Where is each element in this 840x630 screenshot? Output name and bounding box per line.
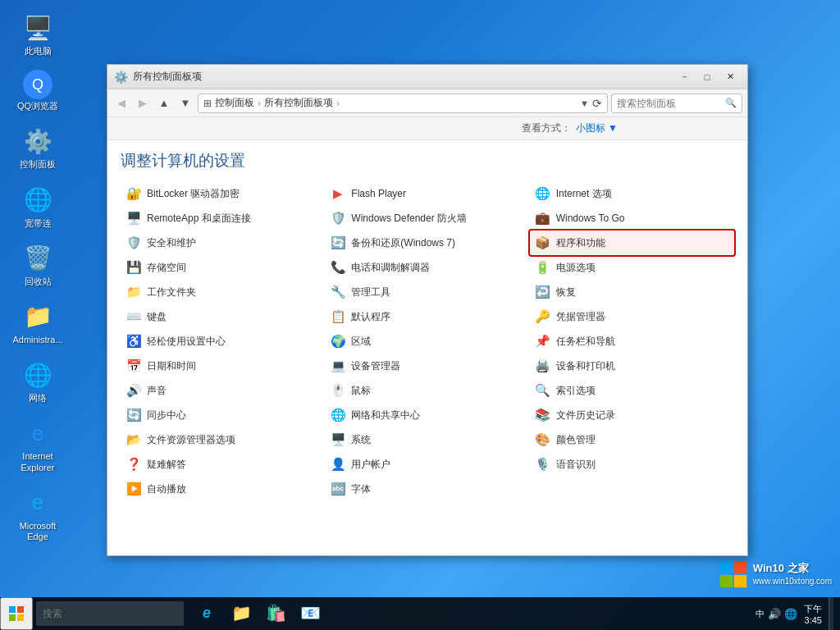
view-label: 查看方式： bbox=[522, 121, 571, 135]
cp-item-troubleshoot[interactable]: ❓ 疑难解答 bbox=[121, 452, 325, 477]
up-button[interactable]: ▲ bbox=[155, 94, 173, 112]
forward-button[interactable]: ▶ bbox=[134, 94, 152, 112]
cp-item-default-programs[interactable]: 📋 默认程序 bbox=[325, 304, 529, 329]
view-option[interactable]: 小图标 ▼ bbox=[576, 121, 618, 135]
taskbar-apps: e 📁 🛍️ 📧 bbox=[190, 597, 326, 630]
taskbar-tray: 中 🔊 🌐 bbox=[756, 608, 797, 620]
windows-logo-icon bbox=[9, 606, 24, 621]
cp-item-taskbar-nav[interactable]: 📌 任务栏和导航 bbox=[530, 329, 734, 354]
cp-item-system[interactable]: 🖥️ 系统 bbox=[325, 427, 529, 452]
control-panel-window: ⚙️ 所有控制面板项 － □ ✕ ◀ ▶ ▲ ▼ ⊞ 控制面板 › 所有控制面板… bbox=[107, 64, 748, 556]
address-bar[interactable]: ⊞ 控制面板 › 所有控制面板项 › ▼ ⟳ bbox=[198, 94, 608, 113]
cp-item-device-manager[interactable]: 💻 设备管理器 bbox=[325, 354, 529, 378]
cp-item-keyboard[interactable]: ⌨️ 键盘 bbox=[121, 304, 325, 329]
cp-item-devices-printers[interactable]: 🖨️ 设备和打印机 bbox=[530, 354, 734, 378]
start-button[interactable] bbox=[0, 597, 33, 630]
taskbar-clock: 下午 3:45 bbox=[804, 603, 822, 625]
window-controls: － □ ✕ bbox=[673, 69, 741, 85]
cp-item-speech-recognition[interactable]: 🎙️ 语音识别 bbox=[530, 452, 734, 477]
cp-item-bitlocker[interactable]: 🔐 BitLocker 驱动器加密 bbox=[121, 181, 325, 206]
win10-logo-icon bbox=[719, 559, 748, 589]
desktop-icon-control-panel[interactable]: ⚙️ 控制面板 bbox=[8, 121, 67, 173]
window-title-text: 所有控制面板项 bbox=[133, 70, 673, 84]
taskbar-app-explorer[interactable]: 📁 bbox=[225, 597, 258, 630]
cp-item-power[interactable]: 🔋 电源选项 bbox=[530, 255, 734, 280]
cp-item-file-explorer-options[interactable]: 📂 文件资源管理器选项 bbox=[121, 427, 325, 452]
watermark: Win10 之家 www.win10xtong.com bbox=[719, 559, 832, 589]
cp-item-region[interactable]: 🌍 区域 bbox=[325, 329, 529, 354]
window-titlebar: ⚙️ 所有控制面板项 － □ ✕ bbox=[107, 65, 747, 89]
cp-item-work-folders[interactable]: 📁 工作文件夹 bbox=[121, 280, 325, 304]
svg-rect-7 bbox=[17, 614, 24, 621]
svg-rect-4 bbox=[9, 606, 16, 613]
svg-rect-6 bbox=[9, 614, 16, 621]
taskbar-right: 中 🔊 🌐 下午 3:45 bbox=[756, 597, 840, 630]
address-dropdown-button[interactable]: ▼ bbox=[580, 98, 589, 108]
cp-item-index-options[interactable]: 🔍 索引选项 bbox=[530, 378, 734, 403]
cp-item-file-history[interactable]: 📚 文件历史记录 bbox=[530, 403, 734, 427]
taskbar-app-mail[interactable]: 📧 bbox=[294, 597, 326, 630]
svg-rect-2 bbox=[720, 575, 733, 587]
volume-icon[interactable]: 🔊 bbox=[768, 608, 781, 620]
cp-item-restore[interactable]: ↩️ 恢复 bbox=[530, 280, 734, 304]
cp-item-flash-player[interactable]: ▶ Flash Player bbox=[325, 181, 529, 206]
desktop-icon-this-pc[interactable]: 🖥️ 此电脑 bbox=[8, 8, 67, 60]
svg-rect-5 bbox=[17, 606, 24, 613]
desktop-icon-edge[interactable]: e MicrosoftEdge bbox=[8, 483, 67, 546]
search-box-container[interactable]: 🔍 bbox=[611, 94, 742, 113]
network-icon[interactable]: 🌐 bbox=[784, 608, 797, 620]
taskbar: e 📁 🛍️ 📧 中 🔊 🌐 下午 3:45 bbox=[0, 597, 840, 630]
desktop-icon-ie[interactable]: e InternetExplorer bbox=[8, 413, 67, 476]
svg-rect-1 bbox=[734, 561, 746, 573]
taskbar-app-edge[interactable]: e bbox=[190, 597, 223, 630]
cp-item-windows-to-go[interactable]: 💼 Windows To Go bbox=[530, 206, 734, 231]
show-desktop-button[interactable] bbox=[829, 597, 833, 630]
svg-rect-3 bbox=[734, 575, 746, 587]
nav-bar: ◀ ▶ ▲ ▼ ⊞ 控制面板 › 所有控制面板项 › ▼ ⟳ 🔍 bbox=[107, 89, 747, 117]
cp-item-sync-center[interactable]: 🔄 同步中心 bbox=[121, 403, 325, 427]
desktop-icon-recycle-bin[interactable]: 🗑️ 回收站 bbox=[8, 239, 67, 290]
cp-item-mouse[interactable]: 🖱️ 鼠标 bbox=[325, 378, 529, 403]
cp-item-phone-modem[interactable]: 📞 电话和调制解调器 bbox=[325, 255, 529, 280]
cp-item-programs-features[interactable]: 📦 程序和功能 bbox=[530, 231, 734, 255]
cp-item-credential-manager[interactable]: 🔑 凭据管理器 bbox=[530, 304, 734, 329]
desktop-icons: 🖥️ 此电脑 Q QQ浏览器 ⚙️ 控制面板 🌐 宽带连 🗑️ 回收站 📁 Ad… bbox=[8, 8, 67, 546]
window-title-icon: ⚙️ bbox=[114, 71, 128, 84]
cp-item-windows-defender[interactable]: 🛡️ Windows Defender 防火墙 bbox=[325, 206, 529, 231]
toolbar: 查看方式： 小图标 ▼ bbox=[107, 117, 747, 140]
content-title: 调整计算机的设置 bbox=[121, 150, 734, 171]
close-button[interactable]: ✕ bbox=[719, 69, 741, 85]
maximize-button[interactable]: □ bbox=[696, 69, 718, 85]
cp-item-ease-of-access[interactable]: ♿ 轻松使用设置中心 bbox=[121, 329, 325, 354]
cp-item-network-sharing[interactable]: 🌐 网络和共享中心 bbox=[325, 403, 529, 427]
cp-item-color-management[interactable]: 🎨 颜色管理 bbox=[530, 427, 734, 452]
desktop-icon-administrator[interactable]: 📁 Administra... bbox=[8, 297, 67, 349]
desktop-icon-broadband[interactable]: 🌐 宽带连 bbox=[8, 180, 67, 232]
taskbar-app-store[interactable]: 🛍️ bbox=[259, 597, 292, 630]
cp-item-user-accounts[interactable]: 👤 用户帐户 bbox=[325, 452, 529, 477]
desktop: 🖥️ 此电脑 Q QQ浏览器 ⚙️ 控制面板 🌐 宽带连 🗑️ 回收站 📁 Ad… bbox=[0, 0, 840, 630]
refresh-button[interactable]: ⟳ bbox=[592, 97, 602, 110]
back-button[interactable]: ◀ bbox=[112, 94, 130, 112]
search-icon: 🔍 bbox=[725, 98, 737, 108]
content-header: 调整计算机的设置 bbox=[107, 140, 747, 178]
desktop-icon-network[interactable]: 🌐 网络 bbox=[8, 355, 67, 407]
svg-rect-0 bbox=[720, 561, 733, 573]
desktop-icon-qq-browser[interactable]: Q QQ浏览器 bbox=[8, 66, 67, 115]
address-part-2: 所有控制面板项 bbox=[264, 96, 333, 110]
cp-item-remoteapp[interactable]: 🖥️ RemoteApp 和桌面连接 bbox=[121, 206, 325, 231]
recent-button[interactable]: ▼ bbox=[176, 94, 194, 112]
cp-item-storage[interactable]: 💾 存储空间 bbox=[121, 255, 325, 280]
cp-item-admin-tools[interactable]: 🔧 管理工具 bbox=[325, 280, 529, 304]
cp-item-security[interactable]: 🛡️ 安全和维护 bbox=[121, 231, 325, 255]
minimize-button[interactable]: － bbox=[673, 69, 695, 85]
cp-item-autoplay[interactable]: ▶️ 自动播放 bbox=[121, 477, 325, 501]
taskbar-search-input[interactable] bbox=[36, 601, 184, 626]
cp-item-sound[interactable]: 🔊 声音 bbox=[121, 378, 325, 403]
items-area: 🔐 BitLocker 驱动器加密 ▶ Flash Player 🌐 Inter… bbox=[107, 178, 747, 555]
cp-item-internet-options[interactable]: 🌐 Internet 选项 bbox=[530, 181, 734, 206]
cp-item-date-time[interactable]: 📅 日期和时间 bbox=[121, 354, 325, 378]
search-input[interactable] bbox=[617, 98, 725, 109]
cp-item-backup[interactable]: 🔄 备份和还原(Windows 7) bbox=[325, 231, 529, 255]
cp-item-fonts[interactable]: 🔤 字体 bbox=[325, 477, 529, 501]
